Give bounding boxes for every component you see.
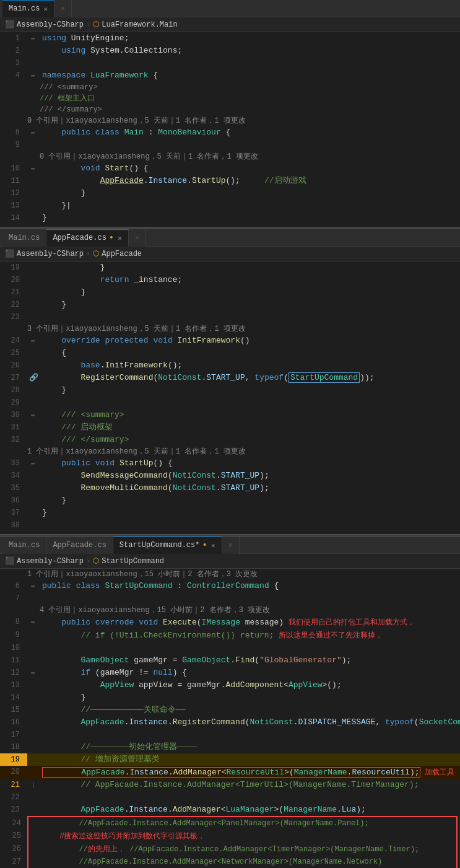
code-line-suc-6: 6 ▬ public class StartUpCommand : Contro… (0, 580, 460, 592)
sep2: › (86, 250, 90, 258)
code-line-4: 4 ▬ namespace LuaFramework { (0, 69, 460, 82)
code-line-suc-20: 20 AppFacade.Instance.AddManager<Resourc… (0, 766, 460, 779)
code-line-35: 35 RemoveMultiCommand(NotiConst.START_UP… (0, 482, 460, 494)
lc37: } (40, 507, 460, 519)
code-line-19: 19 } (0, 261, 460, 274)
tab-close[interactable]: ✕ (43, 5, 48, 13)
code-line-13: 13 }| (0, 199, 460, 212)
ln35: 35 (0, 482, 27, 494)
ln23: 23 (0, 311, 27, 323)
lc22: } (40, 299, 460, 311)
code-line-21: 21 } (0, 286, 460, 299)
code-line-suc-27: 27 //AppFacade.Instance.AddManager<Netwo… (1, 856, 456, 868)
tab-extra[interactable]: ✕ (54, 0, 72, 17)
tab-bar-2: Main.cs AppFacade.cs • ✕ ✕ (0, 229, 460, 247)
code-line-suc-26: 26 //的先用上， //AppFacade.Instance.AddManag… (1, 843, 456, 856)
lc12: } (40, 187, 460, 199)
tab-main-cs-3[interactable]: Main.cs (2, 537, 46, 554)
code-line-31: 31 /// 启动框架 (0, 421, 460, 434)
breadcrumb-icon4: ⬡ (93, 556, 99, 566)
ln-suc-17: 17 (0, 729, 27, 741)
lc-suc-15: //———————————关联命令—— (40, 704, 460, 716)
lc27: RegisterCommand(NotiConst.START_UP, type… (40, 372, 460, 384)
lc20: return _instance; (40, 274, 460, 286)
code-line-suc-14: 14 } (0, 691, 460, 704)
lc11: AppFacade.Instance.StartUp(); //启动游戏 (40, 175, 460, 187)
codelens-text-6: /// 框架主入口 (40, 94, 95, 103)
code-line-suc-13: 13 AppView appView = gameMgr.AddComponen… (0, 679, 460, 691)
tab-appfacade-3[interactable]: AppFacade.cs (46, 537, 113, 554)
lc-suc-24: //AppFacade.Instance.AddManager<PanelMan… (41, 817, 456, 830)
code-line-suc-7: 7 (0, 592, 460, 605)
ln36: 36 (0, 494, 27, 507)
lc26: base.InitFramework(); (40, 359, 460, 372)
tab-appfacade[interactable]: AppFacade.cs • ✕ (46, 229, 128, 247)
g1: ▬ (27, 32, 40, 45)
ln33: 33 (0, 457, 27, 470)
codelens-6: /// 框架主入口 (0, 93, 460, 104)
code-line-8: 8 ▬ public class Main : MonoBehaviour { (0, 126, 460, 139)
ln-suc-14: 14 (0, 691, 27, 704)
sep3: › (86, 557, 90, 566)
codelens-33: 1 个引用｜xiaoyaoxiansheng，5 天前｜1 名作者，1 项更改 (0, 446, 460, 457)
code-line-suc-17: 17 (0, 729, 460, 741)
tab-x: ✕ (61, 4, 65, 13)
code-line-1: 1 ▬ using UnityEngine; (0, 32, 460, 45)
breadcrumb-icon2: ⬡ (93, 20, 99, 29)
code-line-suc-21: 21 | // AppFacade.Instance.AddManager<Ti… (0, 779, 460, 791)
ln-suc-15: 15 (0, 704, 27, 716)
g-suc-12: ▬ (27, 667, 40, 679)
code-line-32: 32 /// </summary> (0, 434, 460, 446)
lc-suc-14: } (40, 691, 460, 704)
lc-suc-13: AppView appView = gameMgr.AddComponent<A… (40, 679, 460, 691)
lc-suc-16: AppFacade.Instance.RegisterCommand(NotiC… (40, 716, 460, 729)
tab-label: Main.cs (9, 4, 40, 13)
ln1: 1 (0, 32, 27, 45)
tab-main-cs[interactable]: Main.cs ✕ (2, 0, 54, 17)
ln2: 2 (0, 45, 27, 57)
tab-x2: ✕ (135, 233, 139, 242)
ln-suc-10: 10 (0, 642, 27, 654)
code-line-suc-10: 10 (0, 642, 460, 654)
codelens-text-7: /// </summary> (40, 105, 102, 114)
code-editor-3: 1 个引用｜xiaoyaoxiansheng，15 小时前｜2 名作者，3 次更… (0, 569, 460, 868)
breadcrumb-3: ⬛ Assembly-CSharp › ⬡ StartUpCommand (0, 554, 460, 569)
lc34: SendMessageCommand(NotiConst.START_UP); (40, 470, 460, 482)
code-line-33: 33 ▬ public void StartUp() { (0, 457, 460, 470)
ln29: 29 (0, 397, 27, 409)
code-line-suc-15: 15 //———————————关联命令—— (0, 704, 460, 716)
lc36: } (40, 494, 460, 507)
code-line-20: 20 return _instance; (0, 274, 460, 286)
code-line-25: 25 { (0, 347, 460, 359)
ln-suc-11: 11 (0, 654, 27, 667)
breadcrumb-class-3: StartUpCommand (102, 557, 164, 566)
lc-suc-26: //的先用上， //AppFacade.Instance.AddManager<… (41, 843, 456, 856)
ln-suc-25: 25 (1, 830, 28, 842)
lc-suc-18: //————————初始化管理器———— (40, 741, 460, 753)
tab-close-suc[interactable]: ✕ (211, 541, 215, 550)
ln-suc-19: 19 (0, 753, 27, 766)
lc13: }| (40, 199, 460, 212)
tab-label-main3: Main.cs (9, 541, 40, 550)
ln-suc-18: 18 (0, 741, 27, 753)
lc25: { (40, 347, 460, 359)
ln-suc-23: 23 (0, 804, 27, 816)
tab-extra-3[interactable]: ✕ (222, 537, 240, 554)
g-suc-21: | (27, 779, 40, 791)
breadcrumb-2: ⬛ Assembly-CSharp › ⬡ AppFacade (0, 247, 460, 261)
code-line-suc-12: 12 ▬ if (gameMgr != null) { (0, 667, 460, 679)
tab-main-cs-2[interactable]: Main.cs (2, 229, 46, 247)
tab-startupcommand[interactable]: StartUpCommand.cs* • ✕ (113, 537, 222, 554)
tab-extra-2[interactable]: ✕ (129, 229, 146, 247)
ln21: 21 (0, 286, 27, 299)
ln-suc-20: 20 (0, 766, 27, 778)
lc-suc-27: //AppFacade.Instance.AddManager<NetworkM… (41, 856, 456, 868)
tab-label-af: AppFacade.cs (53, 234, 106, 242)
tab-label-main: Main.cs (9, 234, 40, 242)
tab-dot: • (109, 233, 114, 243)
tab-close-af[interactable]: ✕ (118, 234, 122, 242)
code-line-34: 34 SendMessageCommand(NotiConst.START_UP… (0, 470, 460, 482)
breadcrumb-assembly-2: Assembly-CSharp (17, 250, 84, 258)
g27: 🔗 (27, 372, 40, 384)
ln9: 9 (0, 139, 27, 151)
